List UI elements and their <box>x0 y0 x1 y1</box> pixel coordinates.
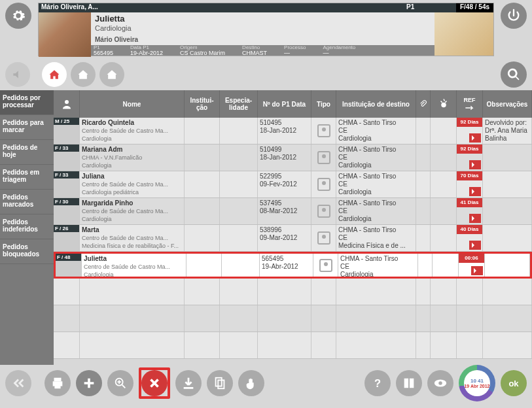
row-obs <box>483 144 532 171</box>
row-dest3: Medicina Física e de ... <box>338 242 414 250</box>
row-dest2: CE <box>338 207 414 215</box>
col-nome[interactable]: Nome <box>80 90 185 118</box>
col-obs[interactable]: Observações <box>483 90 532 118</box>
patient-name: Julietta <box>95 14 431 24</box>
patient-card[interactable]: Mário Oliveira, A... P1 F/48 / 54s Julie… <box>38 3 494 56</box>
home2-tab-button[interactable] <box>71 62 96 87</box>
power-button[interactable] <box>501 3 527 29</box>
sidebar-item-em-triagem[interactable]: Pedidos em triagem <box>0 165 54 190</box>
add-button[interactable] <box>76 370 102 396</box>
col-especialidade[interactable]: Especia-lidade <box>220 90 258 118</box>
settings-button[interactable] <box>5 3 31 29</box>
ref-arrow-icon[interactable] <box>471 266 483 275</box>
home-forward-tab-button[interactable] <box>99 62 124 87</box>
copy-button[interactable] <box>207 370 233 396</box>
table-row[interactable]: F / 26MartaCentro de Saúde de Castro Ma.… <box>54 225 532 252</box>
search-plus-icon <box>113 376 128 390</box>
ref-arrow-icon[interactable] <box>469 187 481 196</box>
col-instituicao[interactable]: Institui-ção <box>185 90 220 118</box>
patient-header-name: Mário Oliveira, A... <box>39 3 138 12</box>
search-button[interactable] <box>501 61 527 88</box>
demo-tag: F / 33 <box>54 144 79 152</box>
zoom-button[interactable] <box>107 370 133 396</box>
ref-badge: 40 Dias <box>457 225 482 234</box>
row-spec-text: Cardiologia <box>84 271 184 277</box>
row-spec-text: Cardiologia <box>82 215 182 223</box>
alert-icon <box>438 98 450 110</box>
row-dest3: Cardiologia <box>338 215 414 223</box>
row-spec-text: Cardiologia <box>82 162 182 169</box>
row-photo <box>56 261 81 277</box>
sidebar-item-para-marcar[interactable]: Pedidos para marcar <box>0 115 54 140</box>
svg-point-1 <box>441 103 446 108</box>
cancel-button-highlight <box>139 367 170 399</box>
demo-tag: F / 30 <box>54 198 79 205</box>
row-obs <box>483 171 532 197</box>
row-name: Juliana <box>82 173 182 180</box>
patient-photo <box>39 12 91 57</box>
ok-button[interactable]: ok <box>501 370 527 396</box>
col-ref[interactable]: REF <box>457 90 483 118</box>
row-dest1: CHMA - Santo Tirso <box>338 119 414 127</box>
help-button[interactable]: ? <box>364 370 391 396</box>
clock-widget[interactable]: 10 41 19 Abr 2012 <box>459 365 495 401</box>
sidebar-item-por-processar[interactable]: Pedidos por processar <box>0 90 54 115</box>
book-button[interactable] <box>396 370 422 396</box>
col-destino[interactable]: Instituição de destino <box>336 90 416 118</box>
type-icon <box>317 124 330 137</box>
row-dest1: CHMA - Santo Tirso <box>338 146 414 154</box>
row-dest1: CHMA - Santo Tirso <box>340 255 416 263</box>
ref-arrow-icon[interactable] <box>469 160 481 169</box>
svg-rect-2 <box>54 378 62 382</box>
row-obs: Devolvido por: Drª. Ana Maria Balinha <box>483 118 532 144</box>
clock-date: 19 Abr 2012 <box>464 384 489 388</box>
power-icon <box>506 8 521 23</box>
row-dest1: CHMA - Santo Tirso <box>338 199 414 207</box>
back-tab-button[interactable] <box>5 62 30 87</box>
double-chevron-left-icon <box>11 376 26 390</box>
clock-time: 10 41 <box>470 378 484 384</box>
row-dest3: Cardiologia <box>338 135 414 143</box>
svg-rect-6 <box>216 378 222 386</box>
type-icon <box>317 205 330 218</box>
sidebar-item-marcados[interactable]: Pedidos marcados <box>0 190 54 214</box>
row-photo <box>54 232 79 251</box>
ref-arrow-icon[interactable] <box>469 214 481 223</box>
row-np1: 510495 <box>260 119 309 127</box>
person-icon <box>61 98 73 110</box>
speaker-icon <box>11 68 24 81</box>
hand-button[interactable] <box>238 370 264 396</box>
plus-icon <box>82 376 96 390</box>
row-np1-date: 19-Abr-2012 <box>262 263 311 271</box>
table-row[interactable]: F / 30Margarida PinhoCentro de Saúde de … <box>54 198 532 225</box>
home-tab-button[interactable] <box>42 62 67 87</box>
demo-tag: F / 33 <box>54 171 79 178</box>
ref-arrow-icon[interactable] <box>469 133 481 143</box>
sidebar-item-bloqueados[interactable]: Pedidos bloqueados <box>0 239 54 264</box>
col-np1[interactable]: Nº do P1 Data <box>258 90 311 118</box>
row-inst-text: Centro de Saúde de Castro Ma... <box>82 207 182 215</box>
first-page-button[interactable] <box>5 370 31 396</box>
table-row[interactable]: F / 33JulianaCentro de Saúde de Castro M… <box>54 171 532 198</box>
demo-tag: F / 48 <box>56 254 81 261</box>
gear-icon <box>11 8 26 23</box>
ref-arrow-icon[interactable] <box>469 241 481 250</box>
clip-icon <box>419 99 427 109</box>
patient-header-p1: P1 <box>406 3 456 12</box>
close-icon <box>147 376 162 390</box>
sidebar-item-de-hoje[interactable]: Pedidos de hoje <box>0 140 54 165</box>
print-button[interactable] <box>44 370 71 396</box>
patient-doctor: Mário Oliveira <box>95 36 431 43</box>
sidebar-item-indeferidos[interactable]: Pedidos indeferidos <box>0 214 54 239</box>
row-photo <box>54 125 79 144</box>
table-row[interactable]: M / 25Ricardo QuintelaCentro de Saúde de… <box>54 118 532 144</box>
table-row[interactable]: F / 33Mariana AdmCHMA - V.N.FamalicãoCar… <box>54 144 532 171</box>
cancel-button[interactable] <box>141 370 168 396</box>
table-row[interactable]: F / 48JuliettaCentro de Saúde de Castro … <box>54 252 532 279</box>
row-np1-date: 18-Jan-2012 <box>260 127 309 135</box>
download-button[interactable] <box>175 370 202 396</box>
ref-badge: 00:06 <box>459 254 484 263</box>
view-button[interactable] <box>427 370 453 396</box>
row-np1: 565495 <box>262 255 311 263</box>
col-tipo[interactable]: Tipo <box>311 90 336 118</box>
